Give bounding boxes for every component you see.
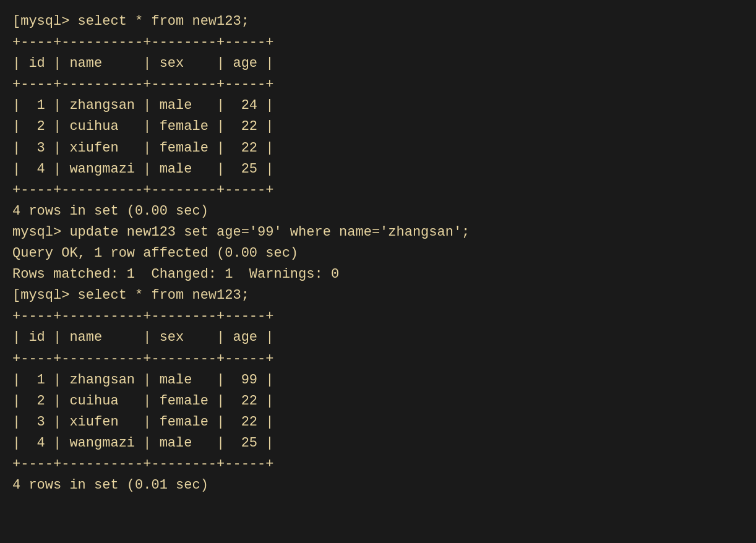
terminal-line: 4 rows in set (0.00 sec) bbox=[12, 201, 744, 222]
terminal-line: mysql> update new123 set age='99' where … bbox=[12, 222, 744, 243]
terminal-line: | id | name | sex | age | bbox=[12, 53, 744, 74]
terminal-line: +----+----------+--------+-----+ bbox=[12, 454, 744, 475]
terminal-window: [mysql> select * from new123;+----+-----… bbox=[0, 0, 756, 543]
terminal-line: | 4 | wangmazi | male | 25 | bbox=[12, 159, 744, 180]
terminal-line: | 4 | wangmazi | male | 25 | bbox=[12, 433, 744, 454]
terminal-line: Rows matched: 1 Changed: 1 Warnings: 0 bbox=[12, 264, 744, 285]
terminal-line: | 2 | cuihua | female | 22 | bbox=[12, 116, 744, 137]
terminal-line: | 2 | cuihua | female | 22 | bbox=[12, 391, 744, 412]
terminal-line: [mysql> select * from new123; bbox=[12, 11, 744, 32]
terminal-line: +----+----------+--------+-----+ bbox=[12, 349, 744, 370]
terminal-line: | 3 | xiufen | female | 22 | bbox=[12, 412, 744, 433]
terminal-line: +----+----------+--------+-----+ bbox=[12, 74, 744, 95]
terminal-line: | 3 | xiufen | female | 22 | bbox=[12, 138, 744, 159]
terminal-line: | 1 | zhangsan | male | 99 | bbox=[12, 370, 744, 391]
terminal-line: [mysql> select * from new123; bbox=[12, 285, 744, 306]
terminal-line: 4 rows in set (0.01 sec) bbox=[12, 475, 744, 496]
terminal-line: | id | name | sex | age | bbox=[12, 327, 744, 348]
terminal-line: +----+----------+--------+-----+ bbox=[12, 306, 744, 327]
terminal-line: +----+----------+--------+-----+ bbox=[12, 180, 744, 201]
terminal-line: +----+----------+--------+-----+ bbox=[12, 32, 744, 53]
terminal-line: | 1 | zhangsan | male | 24 | bbox=[12, 95, 744, 116]
terminal-line: Query OK, 1 row affected (0.00 sec) bbox=[12, 243, 744, 264]
